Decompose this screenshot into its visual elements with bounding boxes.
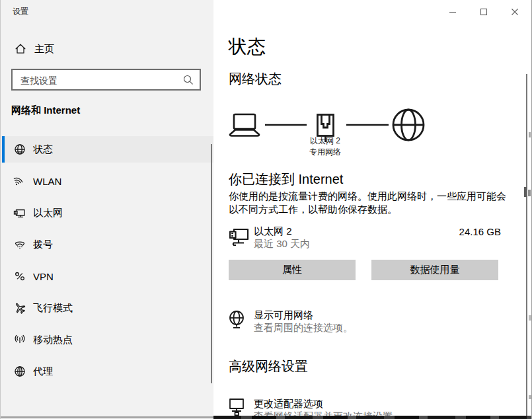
background-window-artifact [213, 416, 532, 419]
sidebar-item-label: 飞行模式 [33, 302, 73, 315]
close-button[interactable] [499, 0, 530, 24]
show-available-networks-link[interactable]: 显示可用网络 查看周围的连接选项。 [229, 308, 501, 336]
sidebar-item-label: 主页 [34, 43, 54, 56]
ethernet-usage-row: 以太网 2 最近 30 天内 24.16 GB [229, 224, 501, 252]
data-usage-button[interactable]: 数据使用量 [371, 260, 498, 280]
sidebar-item-label: WLAN [33, 176, 61, 187]
app-title: 设置 [13, 6, 28, 17]
content-scrollbar-thumb[interactable] [524, 187, 527, 197]
sidebar-item-label: 以太网 [33, 207, 63, 219]
search-input[interactable] [19, 71, 180, 90]
search-box [11, 69, 201, 91]
link-title: 更改适配器选项 [254, 398, 323, 410]
airplane-icon [13, 301, 26, 315]
content-scrollbar[interactable] [526, 74, 527, 419]
internet-globe-icon [393, 110, 424, 140]
sidebar-item-status[interactable]: 状态 [1, 136, 213, 163]
available-networks-globe-icon [229, 310, 246, 331]
usage-period: 最近 30 天内 [254, 238, 310, 250]
sidebar-item-mobile-hotspot[interactable]: 移动热点 [1, 326, 213, 353]
sidebar-item-label: 状态 [33, 143, 53, 156]
proxy-globe-icon [13, 365, 26, 378]
sidebar: 设置 主页 网络和 Internet 状态 WLAN [1, 0, 213, 419]
sidebar-item-vpn[interactable]: VPN [1, 263, 213, 289]
background-window-artifact [529, 315, 531, 321]
sidebar-item-airplane-mode[interactable]: 飞行模式 [1, 295, 213, 321]
sidebar-item-label: 移动热点 [33, 334, 73, 346]
sidebar-item-wlan[interactable]: WLAN [1, 168, 213, 194]
sidebar-item-home[interactable]: 主页 [1, 37, 213, 61]
window-bottom-border [1, 416, 213, 418]
sidebar-item-label: 拨号 [33, 239, 53, 251]
hotspot-icon [13, 333, 26, 346]
sidebar-item-label: VPN [33, 271, 54, 282]
background-window-artifact [529, 395, 531, 399]
sidebar-item-dialup[interactable]: 拨号 [1, 231, 213, 258]
connection-heading: 你已连接到 Internet [229, 171, 343, 188]
background-window-artifact [529, 132, 531, 137]
network-status-heading: 网络状态 [229, 70, 282, 88]
diagram-network-type: 专用网络 [292, 147, 358, 158]
sidebar-scrollbar[interactable] [211, 144, 212, 383]
properties-button[interactable]: 属性 [229, 260, 356, 280]
sidebar-item-ethernet[interactable]: 以太网 [1, 200, 213, 226]
background-window-artifact [528, 190, 531, 196]
main-content: 状态 网络状态 [213, 0, 531, 419]
maximize-button[interactable] [468, 0, 499, 24]
link-title: 显示可用网络 [254, 309, 313, 322]
page-title: 状态 [229, 34, 266, 59]
ethernet-adapter-icon [229, 227, 249, 251]
window-controls [437, 0, 530, 24]
laptop-icon [230, 114, 259, 136]
vpn-icon [13, 270, 26, 283]
usage-amount: 24.16 GB [459, 226, 501, 237]
search-icon[interactable] [182, 74, 194, 86]
network-status-icon [13, 143, 26, 156]
wifi-icon [13, 174, 26, 188]
metered-network-text: 你使用的是按流量计费的网络。使用此网络时，一些应用可能会以不同方式工作，以帮助你… [229, 190, 506, 215]
diagram-network-name: 以太网 2 [292, 135, 358, 147]
dialup-phone-icon [13, 238, 26, 251]
settings-window: 设置 主页 网络和 Internet 状态 WLAN [0, 0, 532, 419]
home-icon [14, 42, 27, 56]
minimize-button[interactable] [437, 0, 468, 24]
sidebar-section-header: 网络和 Internet [11, 104, 80, 117]
advanced-settings-heading: 高级网络设置 [229, 358, 308, 375]
sidebar-item-proxy[interactable]: 代理 [1, 358, 213, 385]
link-subtitle: 查看周围的连接选项。 [254, 322, 353, 334]
sidebar-item-label: 代理 [33, 365, 53, 378]
network-diagram: 以太网 2 专用网络 [229, 106, 440, 162]
adapter-name: 以太网 2 [254, 225, 292, 238]
ethernet-icon [13, 206, 26, 219]
